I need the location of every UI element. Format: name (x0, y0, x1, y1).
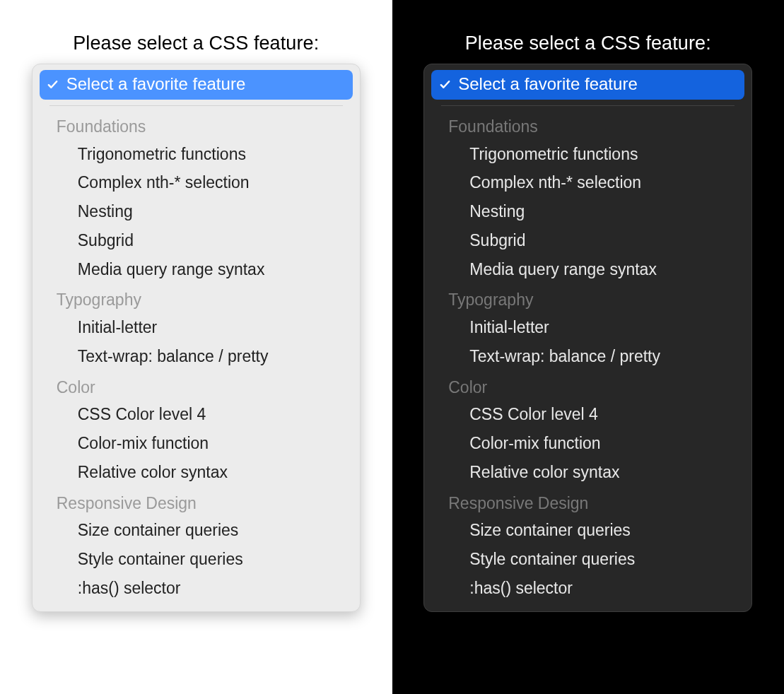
select-option[interactable]: Color-mix function (40, 429, 353, 458)
select-option[interactable]: Complex nth-* selection (431, 168, 744, 197)
select-option[interactable]: Trigonometric functions (40, 140, 353, 169)
selected-option-label: Select a favorite feature (66, 74, 245, 95)
select-option[interactable]: Text-wrap: balance / pretty (431, 342, 744, 371)
select-option[interactable]: Trigonometric functions (431, 140, 744, 169)
checkmark-icon (437, 78, 452, 90)
divider (49, 105, 343, 106)
select-option[interactable]: :has() selector (431, 574, 744, 603)
select-option[interactable]: Relative color syntax (40, 458, 353, 487)
select-option[interactable]: Subgrid (40, 226, 353, 255)
select-option[interactable]: Relative color syntax (431, 458, 744, 487)
select-option[interactable]: Subgrid (431, 226, 744, 255)
select-option[interactable]: Style container queries (431, 545, 744, 574)
select-option[interactable]: Size container queries (431, 516, 744, 545)
divider (441, 105, 735, 106)
select-option[interactable]: Style container queries (40, 545, 353, 574)
group-label: Foundations (40, 110, 353, 140)
select-option[interactable]: Media query range syntax (40, 255, 353, 284)
prompt-label: Please select a CSS feature: (465, 33, 711, 54)
select-option[interactable]: Color-mix function (431, 429, 744, 458)
light-mode-panel: Please select a CSS feature: Select a fa… (0, 0, 392, 694)
select-option[interactable]: :has() selector (40, 574, 353, 603)
group-label: Typography (40, 283, 353, 313)
select-option[interactable]: Initial-letter (431, 313, 744, 342)
prompt-label: Please select a CSS feature: (73, 33, 319, 54)
group-label: Responsive Design (431, 487, 744, 517)
css-feature-select[interactable]: Select a favorite feature Foundations Tr… (423, 64, 752, 612)
group-label: Typography (431, 283, 744, 313)
group-label: Foundations (431, 110, 744, 140)
select-option[interactable]: CSS Color level 4 (40, 400, 353, 429)
css-feature-select[interactable]: Select a favorite feature Foundations Tr… (32, 64, 361, 612)
selected-option[interactable]: Select a favorite feature (431, 70, 744, 100)
select-option[interactable]: Media query range syntax (431, 255, 744, 284)
selected-option[interactable]: Select a favorite feature (40, 70, 353, 100)
checkmark-icon (45, 78, 61, 90)
selected-option-label: Select a favorite feature (458, 74, 637, 95)
group-label: Color (431, 371, 744, 401)
select-option[interactable]: Initial-letter (40, 313, 353, 342)
select-option[interactable]: Text-wrap: balance / pretty (40, 342, 353, 371)
dark-mode-panel: Please select a CSS feature: Select a fa… (392, 0, 785, 694)
group-label: Responsive Design (40, 487, 353, 517)
select-option[interactable]: Size container queries (40, 516, 353, 545)
select-option[interactable]: CSS Color level 4 (431, 400, 744, 429)
group-label: Color (40, 371, 353, 401)
select-option[interactable]: Complex nth-* selection (40, 168, 353, 197)
select-option[interactable]: Nesting (40, 197, 353, 226)
select-option[interactable]: Nesting (431, 197, 744, 226)
